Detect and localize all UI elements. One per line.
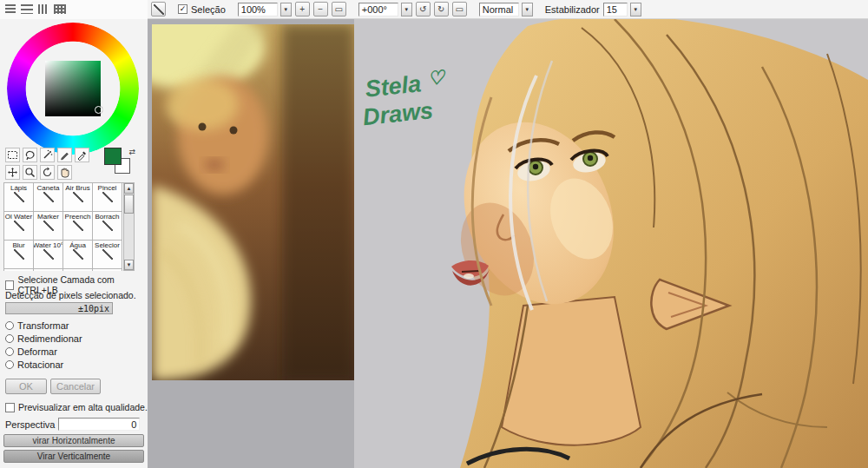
zoom-input[interactable]: 100% xyxy=(238,3,278,16)
zoom-dropdown-button[interactable]: ▼ xyxy=(280,3,292,16)
resize-radio[interactable] xyxy=(5,334,14,343)
ok-button[interactable]: OK xyxy=(5,379,47,394)
color-marker-icon xyxy=(95,106,102,114)
brush-item[interactable]: Borrach xyxy=(93,212,122,241)
brush-palette: Lápis Caneta Air Brus Pincel Ol Water Ma… xyxy=(3,182,135,271)
brush-item[interactable]: Water 10⁰ xyxy=(34,241,63,269)
preview-quality-label: Previsualizar em alta qualidade. xyxy=(18,402,148,412)
deform-radio[interactable] xyxy=(5,347,14,356)
brush-item[interactable]: Acrylic xyxy=(93,269,122,271)
brush-icon xyxy=(43,249,54,260)
zoom-tool-icon[interactable] xyxy=(23,165,37,180)
color-panel-icon[interactable] xyxy=(5,4,16,14)
brush-item[interactable]: Descola xyxy=(4,269,34,271)
brush-item[interactable]: Ol Water xyxy=(4,212,34,241)
transform-radio[interactable] xyxy=(5,321,14,330)
chevron-down-icon: ▼ xyxy=(524,7,529,12)
swap-colors-icon[interactable]: ⇄ xyxy=(128,148,135,156)
rotation-dropdown-button[interactable]: ▼ xyxy=(401,3,412,16)
brush-item[interactable]: Blur xyxy=(4,241,34,269)
brush-item[interactable]: Preench xyxy=(63,212,93,241)
pencil-icon xyxy=(154,4,164,15)
scrollbar-thumb[interactable] xyxy=(124,194,134,214)
scroll-up-icon[interactable]: ▲ xyxy=(124,183,134,194)
pixel-detection-slider[interactable]: ±10pix xyxy=(5,302,113,314)
zoom-reset-button[interactable]: ▭ xyxy=(332,2,346,16)
cancel-button[interactable]: Cancelar xyxy=(50,379,101,394)
brush-settings-button[interactable] xyxy=(151,2,166,16)
rotate-radio[interactable] xyxy=(5,360,14,369)
transform-radio-label: Transformar xyxy=(17,320,69,331)
navigator-panel-icon[interactable] xyxy=(54,4,66,14)
brush-grid: Lápis Caneta Air Brus Pincel Ol Water Ma… xyxy=(3,182,123,271)
brush-item[interactable]: Water xyxy=(63,269,93,271)
select-layer-checkbox[interactable] xyxy=(5,280,14,290)
selection-checkbox-label: Seleção xyxy=(191,4,226,15)
flip-vertical-button[interactable]: Virar Verticalmente xyxy=(3,450,144,463)
stabilizer-select[interactable]: 15 xyxy=(603,3,628,16)
resize-radio-label: Redimendionar xyxy=(17,333,82,344)
brush-item[interactable]: Selecior xyxy=(93,241,122,269)
selection-checkbox[interactable]: ✓ xyxy=(178,4,187,14)
zoom-in-button[interactable]: + xyxy=(295,2,310,16)
brush-icon xyxy=(73,249,83,260)
brush-scrollbar[interactable]: ▲ ▼ xyxy=(123,182,135,271)
brush-item[interactable]: Pixel xyxy=(34,269,63,271)
panel-toggle-icons xyxy=(0,0,148,19)
rotate-ccw-button[interactable]: ↺ xyxy=(416,2,431,16)
magic-wand-icon[interactable] xyxy=(40,148,55,162)
brush-item[interactable]: Caneta xyxy=(34,183,63,212)
chevron-down-icon: ▼ xyxy=(283,7,288,12)
perspective-input[interactable]: 0 xyxy=(58,418,140,431)
perspective-row: Perspectiva 0 xyxy=(5,418,140,431)
blend-mode-dropdown-button[interactable]: ▼ xyxy=(522,3,533,16)
brush-item[interactable]: Air Brus xyxy=(63,183,93,212)
detection-value: ±10pix xyxy=(78,304,109,313)
scroll-down-icon[interactable]: ▼ xyxy=(124,260,134,270)
rect-select-icon[interactable] xyxy=(5,148,20,162)
deform-radio-label: Deformar xyxy=(17,346,57,357)
canvas-area[interactable]: Stela♡ Draws xyxy=(148,19,868,468)
foreground-color-swatch[interactable] xyxy=(104,148,122,165)
brush-icon xyxy=(14,221,24,231)
brush-item[interactable]: Marker xyxy=(34,212,63,241)
transform-option-row: Deformar xyxy=(5,346,57,357)
saturation-value-square[interactable] xyxy=(45,61,101,116)
brush-item[interactable]: Pincel xyxy=(93,183,122,212)
brush-icon xyxy=(43,221,54,231)
detection-label: Detecção de pixels selecionado. xyxy=(5,290,136,300)
rotate-cw-button[interactable]: ↻ xyxy=(434,2,449,16)
select-pen-icon[interactable] xyxy=(57,148,72,162)
tool-panel-icon[interactable] xyxy=(21,4,33,14)
hand-tool-icon[interactable] xyxy=(57,165,72,180)
flip-horizontal-button[interactable]: virar Horizontalmente xyxy=(3,434,144,447)
reference-photo[interactable] xyxy=(152,24,354,380)
chevron-down-icon: ▼ xyxy=(404,7,409,12)
rotate-radio-label: Rotacionar xyxy=(17,359,63,370)
move-icon[interactable] xyxy=(5,165,20,180)
rotation-input[interactable]: +000° xyxy=(358,3,398,16)
painting-image xyxy=(354,19,868,468)
brush-icon xyxy=(73,192,83,202)
preview-row: Previsualizar em alta qualidade. xyxy=(5,402,148,412)
stabilizer-dropdown-button[interactable]: ▼ xyxy=(630,3,641,16)
canvas-toolbar: ✓ Seleção 100% ▼ + − ▭ +000° ▼ ↺ ↻ ▭ Nor… xyxy=(148,2,641,16)
ok-cancel-row: OK Cancelar xyxy=(5,379,101,394)
rotate-canvas-icon[interactable] xyxy=(40,165,55,180)
top-toolbar: ✓ Seleção 100% ▼ + − ▭ +000° ▼ ↺ ↻ ▭ Nor… xyxy=(0,0,868,19)
eyedropper-icon[interactable] xyxy=(75,148,89,162)
stabilizer-label: Estabilizador xyxy=(545,4,600,15)
transform-option-row: Transformar xyxy=(5,320,69,331)
zoom-out-button[interactable]: − xyxy=(313,2,328,16)
layer-panel-icon[interactable] xyxy=(38,4,49,14)
brush-item[interactable]: Água xyxy=(63,241,93,269)
painting-artwork[interactable]: Stela♡ Draws xyxy=(354,19,868,468)
lasso-select-icon[interactable] xyxy=(23,148,37,162)
transform-option-row: Redimendionar xyxy=(5,333,82,344)
transform-option-row: Rotacionar xyxy=(5,359,63,370)
rotate-reset-button[interactable]: ▭ xyxy=(452,2,467,16)
brush-icon xyxy=(73,221,83,231)
brush-item[interactable]: Lápis xyxy=(4,183,34,212)
blend-mode-select[interactable]: Normal xyxy=(479,3,519,16)
preview-quality-checkbox[interactable] xyxy=(5,403,15,412)
